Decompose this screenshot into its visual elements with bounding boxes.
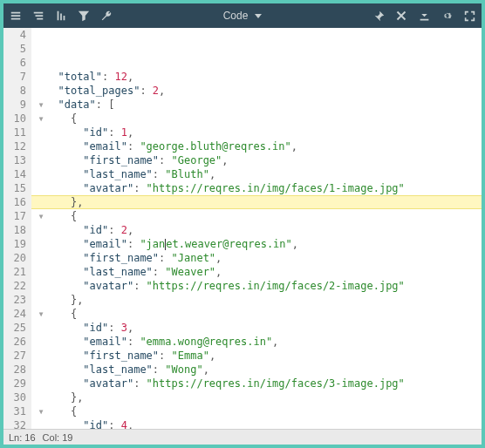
status-col: Col: 19 <box>43 432 73 443</box>
fold-spacer <box>37 195 45 209</box>
code-line: }, <box>37 195 482 209</box>
fold-spacer <box>37 418 45 429</box>
code-line: ▾ { <box>37 404 482 418</box>
toolbar-right <box>372 9 476 23</box>
code-line: "email": "george.bluth@reqres.in", <box>37 139 482 153</box>
code-line: "first_name": "George", <box>37 153 482 167</box>
pin-icon[interactable] <box>372 9 386 23</box>
code-line: "last_name": "Bluth", <box>37 167 482 181</box>
code-line: "email": "emma.wong@reqres.in", <box>37 335 482 349</box>
code-line: "id": 3, <box>37 321 482 335</box>
close-icon[interactable] <box>394 9 408 23</box>
code-line: "avatar": "https://reqres.in/img/faces/1… <box>37 181 482 195</box>
line-number-gutter: 4567891011121314151617181920212223242526… <box>3 28 31 429</box>
line-number: 11 <box>7 126 26 139</box>
line-number: 30 <box>7 390 26 404</box>
fold-toggle-icon[interactable]: ▾ <box>37 404 45 418</box>
code-line: "first_name": "Janet", <box>37 251 482 265</box>
chevron-down-icon <box>255 14 262 18</box>
line-number: 16 <box>7 195 26 209</box>
line-number: 12 <box>7 139 26 153</box>
line-number: 23 <box>7 293 26 307</box>
line-number: 27 <box>7 349 26 363</box>
code-line: }, <box>37 293 482 307</box>
code-line: ▾ { <box>37 209 482 223</box>
status-line: Ln: 16 <box>9 432 36 443</box>
line-number: 5 <box>7 42 26 56</box>
text-cursor <box>165 239 166 250</box>
line-number: 15 <box>7 181 26 195</box>
code-line: "last_name": "Wong", <box>37 363 482 377</box>
expand-all-icon[interactable] <box>9 9 23 23</box>
mode-label: Code <box>223 10 249 22</box>
editor-frame: Code 45678910111213141516171819202122232… <box>3 3 482 445</box>
line-number: 26 <box>7 335 26 349</box>
fold-toggle-icon[interactable]: ▾ <box>37 98 45 112</box>
code-line: "total_pages": 2, <box>37 84 482 98</box>
line-number: 7 <box>7 70 26 84</box>
line-number: 14 <box>7 167 26 181</box>
code-content[interactable]: "total": 12, "total_pages": 2,▾ "data": … <box>31 28 482 429</box>
fold-spacer <box>37 363 45 377</box>
line-number: 25 <box>7 321 26 335</box>
code-line: "first_name": "Emma", <box>37 349 482 363</box>
line-number: 22 <box>7 279 26 293</box>
fold-spacer <box>37 223 45 237</box>
code-line: ▾ { <box>37 307 482 321</box>
code-line: "avatar": "https://reqres.in/img/faces/2… <box>37 279 482 293</box>
filter-icon[interactable] <box>77 9 91 23</box>
line-number: 4 <box>7 28 26 42</box>
fold-spacer <box>37 321 45 335</box>
code-line: }, <box>37 390 482 404</box>
line-number: 21 <box>7 265 26 279</box>
fold-spacer <box>37 335 45 349</box>
code-line: ▾ { <box>37 112 482 126</box>
line-number: 28 <box>7 363 26 377</box>
collapse-all-icon[interactable] <box>31 9 45 23</box>
line-number: 29 <box>7 377 26 390</box>
fold-spacer <box>37 153 45 167</box>
fold-spacer <box>37 265 45 279</box>
code-line: "total": 12, <box>37 70 482 84</box>
line-number: 31 <box>7 404 26 418</box>
fold-spacer <box>37 70 45 84</box>
download-icon[interactable] <box>417 9 431 23</box>
code-area[interactable]: 4567891011121314151617181920212223242526… <box>3 28 482 429</box>
status-bar: Ln: 16 Col: 19 <box>3 429 482 445</box>
line-number: 8 <box>7 84 26 98</box>
code-line: "last_name": "Weaver", <box>37 265 482 279</box>
mode-selector[interactable]: Code <box>113 10 372 22</box>
line-number: 32 <box>7 418 26 429</box>
line-number: 20 <box>7 251 26 265</box>
fold-toggle-icon[interactable]: ▾ <box>37 209 45 223</box>
sort-icon[interactable] <box>54 9 68 23</box>
fullscreen-icon[interactable] <box>462 9 476 23</box>
line-number: 24 <box>7 307 26 321</box>
fold-spacer <box>37 349 45 363</box>
code-line: "id": 1, <box>37 126 482 139</box>
fold-spacer <box>37 181 45 195</box>
line-number: 9 <box>7 98 26 112</box>
line-number: 13 <box>7 153 26 167</box>
wrench-icon[interactable] <box>99 9 113 23</box>
fold-spacer <box>37 126 45 139</box>
fold-spacer <box>37 293 45 307</box>
line-number: 19 <box>7 237 26 251</box>
toolbar: Code <box>3 3 482 28</box>
fold-spacer <box>37 390 45 404</box>
line-number: 18 <box>7 223 26 237</box>
fold-spacer <box>37 237 45 251</box>
settings-icon[interactable] <box>440 9 454 23</box>
code-line: "avatar": "https://reqres.in/img/faces/3… <box>37 377 482 390</box>
code-line: ▾ "data": [ <box>37 98 482 112</box>
fold-toggle-icon[interactable]: ▾ <box>37 112 45 126</box>
fold-spacer <box>37 139 45 153</box>
line-number: 17 <box>7 209 26 223</box>
fold-spacer <box>37 251 45 265</box>
fold-toggle-icon[interactable]: ▾ <box>37 307 45 321</box>
fold-spacer <box>37 167 45 181</box>
fold-spacer <box>37 84 45 98</box>
code-line: "id": 2, <box>37 223 482 237</box>
line-number: 10 <box>7 112 26 126</box>
code-line: "email": "janet.weaver@reqres.in", <box>37 237 482 251</box>
